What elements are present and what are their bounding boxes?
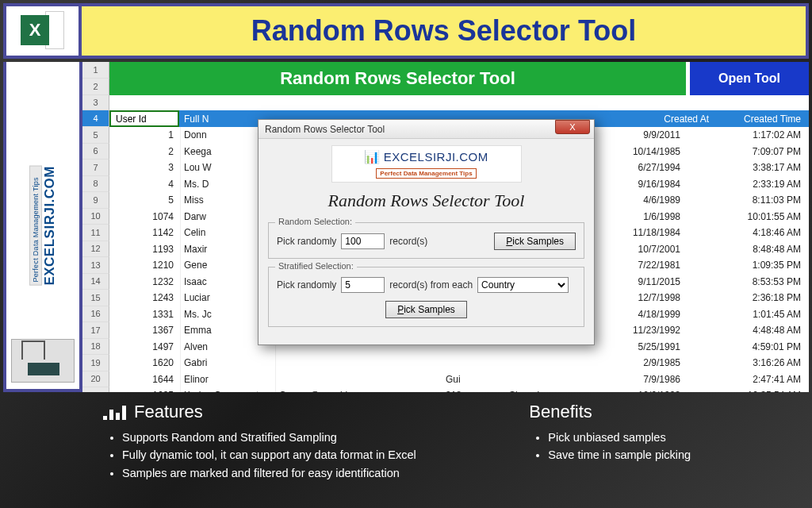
cell-extra[interactable]: 318: [442, 387, 506, 392]
pick-samples-stratified-button[interactable]: Pick Samples: [385, 301, 467, 318]
cell-userid[interactable]: 1: [109, 127, 181, 144]
cell-userid[interactable]: 1367: [109, 322, 181, 339]
random-count-input[interactable]: [341, 233, 385, 249]
cell-created-at[interactable]: 4/18/1999: [609, 306, 688, 323]
cell-created-at[interactable]: 7/9/1986: [609, 371, 688, 388]
cell-created-time[interactable]: 7:09:07 PM: [688, 144, 809, 160]
cell-created-at[interactable]: 6/27/1994: [609, 160, 688, 176]
row-number[interactable]: 8: [82, 176, 109, 193]
row-number[interactable]: 3: [82, 95, 109, 110]
row-number[interactable]: 17: [82, 322, 109, 339]
cell-created-at[interactable]: 7/22/1981: [609, 257, 688, 274]
table-row[interactable]: 211695Kaden CummerataCarson@eusebio.cor3…: [82, 387, 809, 392]
dialog-titlebar[interactable]: Random Rows Selector Tool X: [259, 120, 594, 139]
cell-userid[interactable]: 1210: [109, 257, 181, 274]
row-number[interactable]: 11: [82, 225, 109, 241]
cell-userid[interactable]: 1142: [109, 225, 181, 241]
cell-location[interactable]: Sierra Leone: [506, 387, 609, 392]
row-number[interactable]: 20: [82, 371, 109, 388]
row-number[interactable]: 19: [82, 355, 109, 371]
stratified-column-select[interactable]: Country: [477, 277, 569, 293]
cell-created-time[interactable]: 4:18:46 AM: [688, 225, 809, 241]
row-number[interactable]: 2: [82, 79, 109, 95]
cell-userid[interactable]: 1232: [109, 274, 181, 291]
cell-created-at[interactable]: 11/23/1992: [609, 322, 688, 339]
row-number[interactable]: 13: [82, 257, 109, 274]
pick-samples-random-button[interactable]: Pick Samples: [494, 233, 576, 250]
cell-created-time[interactable]: 2:36:18 PM: [688, 290, 809, 306]
cell-name[interactable]: Elinor: [181, 371, 276, 388]
cell-created-time[interactable]: 2:47:41 AM: [688, 371, 809, 388]
cell-created-time[interactable]: 8:11:03 PM: [688, 192, 809, 209]
cell-created-time[interactable]: 4:48:48 AM: [688, 322, 809, 339]
cell-userid[interactable]: 5: [109, 192, 181, 209]
cell-userid[interactable]: 1620: [109, 355, 181, 371]
cell-extra[interactable]: Gui: [442, 371, 506, 388]
column-header-created-at[interactable]: Created At: [634, 110, 714, 127]
row-number[interactable]: 16: [82, 306, 109, 323]
row-number[interactable]: 5: [82, 127, 109, 144]
cell-userid[interactable]: 4: [109, 176, 181, 193]
cell-created-time[interactable]: 1:17:02 AM: [688, 127, 809, 144]
cell-created-time[interactable]: 3:38:17 AM: [688, 160, 809, 176]
cell-userid[interactable]: 1331: [109, 306, 181, 323]
cell-created-time[interactable]: 10:35:54 AM: [688, 387, 809, 392]
row-number[interactable]: 15: [82, 290, 109, 306]
row-number[interactable]: 12: [82, 241, 109, 258]
cell-created-time[interactable]: 10:01:55 AM: [688, 209, 809, 225]
brand-sidebar: Perfect Data Management Tips EXCELSIRJI.…: [3, 62, 82, 392]
cell-email[interactable]: Carson@eusebio.cor: [276, 387, 442, 392]
cell-userid[interactable]: 1497: [109, 339, 181, 356]
cell-created-time[interactable]: 1:09:35 PM: [688, 257, 809, 274]
cell-created-time[interactable]: 3:16:26 AM: [688, 355, 809, 371]
cell-created-time[interactable]: 2:33:19 AM: [688, 176, 809, 193]
cell-created-at[interactable]: 10/7/2001: [609, 241, 688, 258]
cell-created-at[interactable]: 4/6/1989: [609, 192, 688, 209]
cell-userid[interactable]: 1644: [109, 371, 181, 388]
cell-userid[interactable]: 1243: [109, 290, 181, 306]
cell-created-time[interactable]: 4:59:01 PM: [688, 339, 809, 356]
column-header-created-time[interactable]: Created Time: [714, 110, 809, 127]
row-number[interactable]: 18: [82, 339, 109, 356]
row-number[interactable]: 6: [82, 144, 109, 160]
cell-created-at[interactable]: 9/11/2015: [609, 274, 688, 291]
cell-created-at[interactable]: 9/9/2011: [609, 127, 688, 144]
stratified-count-input[interactable]: [341, 277, 385, 293]
row-number[interactable]: 4: [82, 110, 109, 127]
row-number[interactable]: 10: [82, 209, 109, 225]
cell-userid[interactable]: 3: [109, 160, 181, 176]
cell-userid[interactable]: 1074: [109, 209, 181, 225]
cell-extra[interactable]: [442, 355, 506, 371]
cell-name[interactable]: Kaden Cummerata: [181, 387, 276, 392]
cell-created-at[interactable]: 5/25/1991: [609, 339, 688, 356]
cell-userid[interactable]: 1193: [109, 241, 181, 258]
row-number[interactable]: 21: [82, 387, 109, 392]
row-number[interactable]: 9: [82, 192, 109, 209]
row-number[interactable]: 14: [82, 274, 109, 291]
column-header-userid[interactable]: User Id: [109, 110, 179, 127]
cell-created-time[interactable]: 1:01:45 AM: [688, 306, 809, 323]
cell-created-at[interactable]: 11/18/1984: [609, 225, 688, 241]
cell-userid[interactable]: 2: [109, 144, 181, 160]
cell-created-at[interactable]: 9/16/1984: [609, 176, 688, 193]
row-number[interactable]: 7: [82, 160, 109, 176]
cell-email[interactable]: [276, 355, 442, 371]
cell-name[interactable]: Gabri: [181, 355, 276, 371]
cell-created-at[interactable]: 12/7/1998: [609, 290, 688, 306]
row-number[interactable]: 1: [82, 62, 109, 79]
close-button[interactable]: X: [555, 120, 590, 134]
cell-created-time[interactable]: 8:53:53 PM: [688, 274, 809, 291]
excel-app-icon: X: [6, 6, 82, 56]
cell-created-at[interactable]: 10/6/1993: [609, 387, 688, 392]
open-tool-button[interactable]: Open Tool: [690, 62, 809, 95]
table-row[interactable]: 191620Gabri2/9/19853:16:26 AM: [82, 355, 809, 371]
cell-location[interactable]: [506, 371, 609, 388]
cell-created-at[interactable]: 1/6/1998: [609, 209, 688, 225]
cell-created-time[interactable]: 8:48:48 AM: [688, 241, 809, 258]
table-row[interactable]: 201644ElinorGui7/9/19862:47:41 AM: [82, 371, 809, 388]
cell-email[interactable]: [276, 371, 442, 388]
cell-created-at[interactable]: 10/14/1985: [609, 144, 688, 160]
cell-location[interactable]: [506, 355, 609, 371]
cell-created-at[interactable]: 2/9/1985: [609, 355, 688, 371]
cell-userid[interactable]: 1695: [109, 387, 181, 392]
